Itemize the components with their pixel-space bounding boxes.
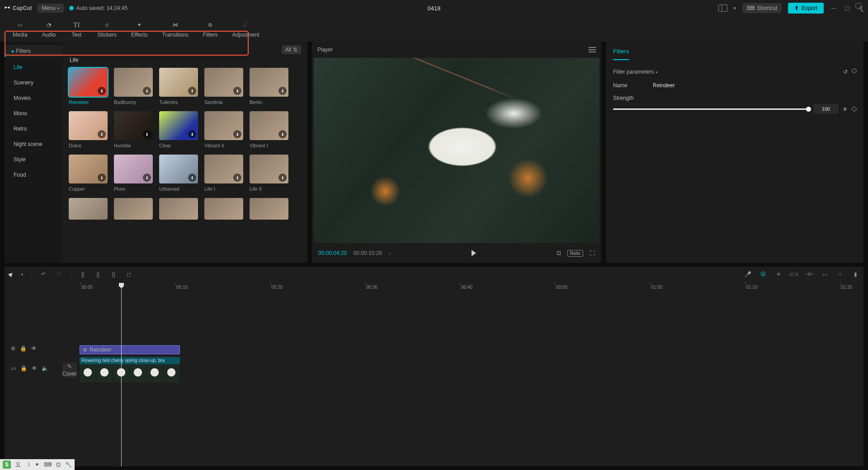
reset-icon[interactable]: ↺: [843, 69, 848, 75]
selection-tool[interactable]: [8, 271, 14, 277]
all-button[interactable]: All ⇅: [282, 45, 301, 54]
download-icon[interactable]: ⬇: [233, 87, 241, 95]
filter-thumb[interactable]: [159, 198, 198, 220]
download-icon[interactable]: ⬇: [188, 87, 196, 95]
cat-night[interactable]: Night scene: [5, 136, 62, 152]
split-right-tool[interactable]: |​]: [110, 271, 117, 278]
filter-thumb[interactable]: ⬇Humble: [114, 111, 153, 148]
filter-thumb[interactable]: ⬇Sardinia: [204, 68, 243, 105]
preview-render-icon[interactable]: ▭: [821, 271, 828, 278]
download-icon[interactable]: ⬇: [188, 174, 196, 182]
volume-icon[interactable]: ♪: [388, 250, 391, 256]
os-taskbar[interactable]: S 五 ☽ ⁕ ⌨ ⊡ 🔧: [0, 459, 75, 470]
tab-audio[interactable]: ◔Audio: [35, 18, 63, 40]
split-tool[interactable]: ]​[: [79, 271, 86, 278]
filter-clip[interactable]: ⊚ Reindeer: [80, 345, 180, 354]
download-icon[interactable]: ⬇: [143, 174, 151, 182]
taskbar-icon[interactable]: ⌨: [44, 461, 52, 468]
download-icon[interactable]: ⬇: [98, 130, 106, 138]
play-button[interactable]: [472, 250, 476, 256]
taskbar-icon[interactable]: ☽: [25, 461, 30, 468]
keyframe-icon[interactable]: [851, 68, 857, 74]
download-icon[interactable]: ⬇: [143, 87, 151, 95]
layout-icon[interactable]: [718, 5, 727, 12]
download-icon[interactable]: ⬇: [233, 174, 241, 182]
strength-input[interactable]: 100: [813, 104, 839, 114]
shortcut-button[interactable]: ⌨ Shortcut: [742, 3, 782, 13]
tab-effects[interactable]: ✦Effects: [124, 18, 155, 40]
filter-thumb[interactable]: ⬇Reindeer: [69, 68, 108, 105]
download-icon[interactable]: ⬇: [233, 130, 241, 138]
chevron-down-icon[interactable]: ▾: [21, 273, 23, 277]
filter-thumb[interactable]: ⬇Clear: [159, 111, 198, 148]
filter-thumb[interactable]: ⬇Plum: [114, 155, 153, 192]
download-icon[interactable]: ⬇: [278, 130, 287, 138]
mic-icon[interactable]: 🎤: [744, 271, 751, 278]
filter-thumb[interactable]: ⬇Vibrant II: [204, 111, 243, 148]
lock-icon[interactable]: 🔒: [20, 345, 27, 352]
filter-thumb[interactable]: ⬇Life I: [204, 155, 243, 192]
filter-thumb[interactable]: ⬇Vibrant I: [250, 111, 288, 148]
filter-thumb[interactable]: ⬇Tuileries: [159, 68, 198, 105]
taskbar-icon[interactable]: ⁕: [35, 461, 39, 468]
download-icon[interactable]: ⬇: [278, 87, 287, 95]
download-icon[interactable]: ⬇: [188, 130, 196, 138]
download-icon[interactable]: ⬇: [98, 174, 106, 182]
timeline[interactable]: 00:00 00:10 00:20 00:30 00:40 00:50 01:0…: [5, 282, 863, 466]
filter-thumb[interactable]: ⬇Dolce: [69, 111, 108, 148]
filter-thumb[interactable]: [114, 198, 153, 220]
ime-label[interactable]: 五: [15, 461, 21, 469]
cat-scenery[interactable]: Scenery: [5, 75, 62, 90]
mute-icon[interactable]: ▭: [11, 365, 16, 371]
track-controls[interactable]: ▭ 🔒 👁 🔈: [11, 365, 48, 371]
fullscreen-icon[interactable]: ⛶: [590, 250, 595, 256]
strength-slider[interactable]: [613, 108, 809, 110]
slider-handle[interactable]: [806, 107, 811, 112]
filter-thumb[interactable]: ⬇Berlin: [250, 68, 288, 105]
toggle-audio-icon[interactable]: ○: [836, 271, 844, 278]
toggle-1-icon[interactable]: ⦿: [760, 271, 767, 278]
tab-transitions[interactable]: ⋈Transitions: [155, 18, 196, 40]
download-icon[interactable]: ⬇: [98, 87, 106, 95]
keyframe-icon[interactable]: [851, 106, 857, 112]
chevron-down-icon[interactable]: ▾: [734, 6, 736, 10]
filter-thumb[interactable]: [69, 198, 108, 220]
filter-thumb[interactable]: ⬇Urbanoid: [159, 155, 198, 192]
cat-retro[interactable]: Retro: [5, 121, 62, 136]
redo-button[interactable]: ↷: [55, 271, 62, 278]
filter-thumb[interactable]: [250, 198, 288, 220]
taskbar-icon[interactable]: ⊡: [56, 461, 61, 468]
stepper[interactable]: [843, 107, 848, 111]
cover-button[interactable]: ✎ Cover: [62, 362, 77, 378]
maximize-button[interactable]: ▢: [844, 5, 851, 12]
cat-life[interactable]: Life: [5, 60, 62, 75]
marker-icon[interactable]: ▮: [852, 271, 859, 278]
adjust-icon[interactable]: ⊚: [11, 345, 15, 352]
video-clip[interactable]: Flowering bird cherry spring close-up, b…: [80, 357, 180, 382]
cat-movies[interactable]: Movies: [5, 90, 62, 106]
track-controls[interactable]: ⊚ 🔒 👁: [11, 345, 37, 352]
crop-tool[interactable]: ◻: [125, 271, 132, 278]
taskbar-icon[interactable]: 🔧: [65, 461, 72, 468]
cat-mono[interactable]: Mono: [5, 106, 62, 121]
playhead[interactable]: [121, 283, 122, 466]
time-ruler[interactable]: 00:00 00:10 00:20 00:30 00:40 00:50 01:0…: [77, 282, 863, 294]
split-left-tool[interactable]: [​|: [94, 271, 102, 278]
player-options-icon[interactable]: [589, 47, 596, 52]
tab-text[interactable]: TIText: [63, 18, 90, 40]
tab-media[interactable]: ▭Media: [5, 18, 35, 40]
tab-adjustment[interactable]: ☄Adjustment: [225, 18, 266, 40]
cat-style[interactable]: Style: [5, 152, 62, 167]
filter-thumb[interactable]: ⬇Copper: [69, 155, 108, 192]
menu-button[interactable]: Menu▾: [38, 4, 64, 13]
ratio-button[interactable]: Ratio: [567, 250, 583, 257]
filter-thumb[interactable]: ⬇Badbunny: [114, 68, 153, 105]
link-icon[interactable]: ⊂⊃: [790, 271, 797, 278]
undo-button[interactable]: ↶: [40, 271, 47, 278]
filters-heading[interactable]: ▸ Filters: [5, 45, 62, 57]
download-icon[interactable]: ⬇: [278, 174, 287, 182]
preview-viewport[interactable]: [314, 58, 599, 243]
eye-icon[interactable]: 👁: [32, 365, 37, 371]
zoom-icon[interactable]: [855, 3, 862, 9]
eye-icon[interactable]: 👁: [31, 345, 37, 352]
